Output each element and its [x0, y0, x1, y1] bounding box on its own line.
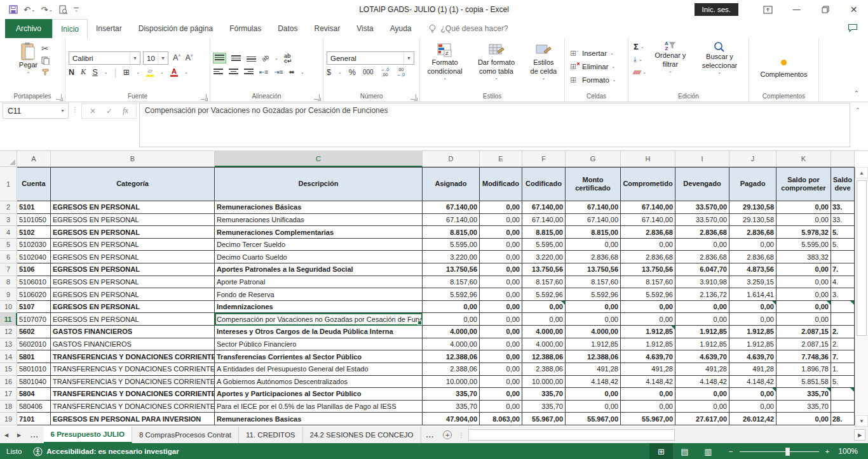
align-left-icon[interactable]	[214, 69, 223, 76]
cell-F7[interactable]: 13.750,56	[522, 263, 566, 276]
cell-D18[interactable]: 335,70	[423, 401, 480, 413]
ribbon-tab-disposición-de-página[interactable]: Disposición de página	[130, 19, 221, 38]
cell-I6[interactable]: 2.836,68	[675, 251, 729, 263]
cell-E5[interactable]: 0,00	[480, 239, 522, 251]
cell-G15[interactable]: 491,28	[566, 363, 621, 376]
font-color-icon[interactable]: A	[170, 68, 178, 77]
zoom-out-icon[interactable]: −	[729, 448, 733, 455]
cell-E12[interactable]: 0,00	[480, 326, 522, 338]
cell-B17[interactable]: TRANSFERENCIAS Y DONACIONES CORRIENTES	[51, 388, 215, 401]
confirm-entry-icon[interactable]: ✓	[106, 107, 112, 116]
header-cell-D[interactable]: Asignado	[423, 167, 480, 201]
cancel-entry-icon[interactable]: ✕	[90, 107, 96, 116]
row-header-11[interactable]: 11	[0, 313, 17, 326]
align-top-icon[interactable]	[214, 53, 226, 63]
increase-decimal-icon[interactable]: ←.0,00	[381, 67, 390, 77]
cell-D4[interactable]: 8.815,00	[423, 226, 480, 239]
row-header-18[interactable]: 18	[0, 401, 17, 413]
cell-K3[interactable]: 0,00	[776, 214, 831, 227]
column-header-B[interactable]: B	[51, 151, 215, 167]
cell-I2[interactable]: 33.570,00	[675, 201, 729, 214]
cell-styles-button[interactable]: Estilos de celda⌄	[524, 42, 563, 81]
page-break-view-icon[interactable]: ▥	[696, 443, 720, 459]
fill-color-icon[interactable]: ▱	[146, 68, 154, 77]
collapse-ribbon-icon[interactable]: ⌃	[854, 90, 859, 96]
header-cell-H[interactable]: Comprometido	[621, 167, 675, 201]
cell-B15[interactable]: TRANSFERENCIAS Y DONACIONES CORRIENTES	[51, 363, 215, 376]
cell-J5[interactable]: 0,00	[729, 239, 776, 251]
cell-E4[interactable]: 0,00	[480, 226, 522, 239]
insert-cells-button[interactable]: ⊞←Insertar⌄	[566, 46, 618, 60]
cell-L16[interactable]: 5.	[831, 376, 855, 389]
format-painter-icon[interactable]	[41, 68, 50, 76]
name-box[interactable]: C11 ▼	[3, 103, 69, 119]
cell-F10[interactable]: 0,00	[522, 301, 566, 314]
currency-format-icon[interactable]: $	[327, 68, 331, 77]
cell-F18[interactable]: 335,70	[522, 401, 566, 413]
ribbon-tab-archivo[interactable]: Archivo	[5, 19, 52, 38]
cell-K17[interactable]: 335,70	[776, 388, 831, 401]
cell-I10[interactable]: 0,00	[675, 301, 729, 314]
cell-B19[interactable]: EGRESOS EN PERSONAL PARA INVERSION	[51, 413, 215, 425]
cell-E15[interactable]: 0,00	[480, 363, 522, 376]
cell-C5[interactable]: Decimo Tercer Sueldo	[215, 239, 423, 251]
underline-button[interactable]: S	[92, 68, 97, 77]
align-middle-icon[interactable]	[231, 55, 241, 62]
sheet-tab-11-creditos[interactable]: 11. CREDITOS	[239, 427, 303, 443]
column-header-F[interactable]: F	[522, 151, 566, 167]
cell-A13[interactable]: 5602010	[17, 338, 51, 351]
cell-J11[interactable]: 0,00	[729, 313, 776, 326]
column-header-E[interactable]: E	[480, 151, 522, 167]
cell-K19[interactable]: 0,00	[776, 413, 831, 425]
cell-D5[interactable]: 5.595,00	[423, 239, 480, 251]
cell-H5[interactable]: 0,00	[621, 239, 675, 251]
cell-E18[interactable]: 0,00	[480, 401, 522, 413]
cell-E7[interactable]: 0,00	[480, 263, 522, 276]
cell-G8[interactable]: 8.157,60	[566, 276, 621, 289]
cell-C11[interactable]: Compensación por Vacaciones no Gozadas p…	[215, 313, 423, 326]
vertical-scroll-thumb[interactable]	[857, 180, 867, 336]
cell-F5[interactable]: 5.595,00	[522, 239, 566, 251]
cell-J2[interactable]: 29.130,58	[729, 201, 776, 214]
column-header-C[interactable]: C	[215, 151, 423, 167]
cell-A18[interactable]: 580406	[17, 401, 51, 413]
cell-F8[interactable]: 8.157,60	[522, 276, 566, 289]
cell-B4[interactable]: EGRESOS EN PERSONAL	[51, 226, 215, 239]
column-header-D[interactable]: D	[423, 151, 480, 167]
close-button[interactable]: ✕	[839, 0, 868, 19]
cell-J6[interactable]: 2.836,68	[729, 251, 776, 263]
row-header-10[interactable]: 10	[0, 301, 17, 314]
row-header-8[interactable]: 8	[0, 276, 17, 289]
cell-J10[interactable]: 0,00	[729, 301, 776, 314]
cell-J19[interactable]: 26.012,42	[729, 413, 776, 425]
font-name-combo[interactable]: Calibri▼	[69, 51, 140, 65]
new-sheet-button[interactable]: +	[439, 427, 456, 443]
cell-D19[interactable]: 47.904,00	[423, 413, 480, 425]
fill-button[interactable]: ⤓⌄	[634, 54, 646, 65]
cell-D11[interactable]: 0,00	[423, 313, 480, 326]
cell-I15[interactable]: 491,28	[675, 363, 729, 376]
cell-H9[interactable]: 5.592,96	[621, 288, 675, 301]
cell-C10[interactable]: Indemnizaciones	[215, 301, 423, 314]
cell-B16[interactable]: TRANSFERENCIAS Y DONACIONES CORRIENTES	[51, 376, 215, 389]
cell-D13[interactable]: 4.000,00	[423, 338, 480, 351]
increase-indent-icon[interactable]: ⇥≡	[274, 69, 283, 76]
cell-G4[interactable]: 8.815,00	[566, 226, 621, 239]
cell-G16[interactable]: 4.148,42	[566, 376, 621, 389]
cell-L11[interactable]	[831, 313, 855, 326]
cell-F3[interactable]: 67.140,00	[522, 214, 566, 227]
sign-in-button[interactable]: Inic. ses.	[695, 3, 738, 16]
column-header-G[interactable]: G	[566, 151, 621, 167]
sheet-tab-8-comprasprocesos-contrat[interactable]: 8 ComprasProcesos Contrat	[132, 427, 239, 443]
column-header-A[interactable]: A	[17, 151, 51, 167]
cell-G6[interactable]: 2.836,68	[566, 251, 621, 263]
sheet-overflow-left[interactable]: ...	[25, 427, 44, 443]
formula-input[interactable]: Compensación por Vacaciones no Gozadas p…	[139, 103, 850, 147]
cell-C17[interactable]: Aportes y Participaciones al Sector Públ…	[215, 388, 423, 401]
cell-K6[interactable]: 383,32	[776, 251, 831, 263]
cell-E3[interactable]: 0,00	[480, 214, 522, 227]
cell-J12[interactable]: 1.912,85	[729, 326, 776, 338]
cell-K15[interactable]: 1.896,78	[776, 363, 831, 376]
cell-D15[interactable]: 2.388,06	[423, 363, 480, 376]
number-dialog-launcher[interactable]	[410, 94, 416, 100]
